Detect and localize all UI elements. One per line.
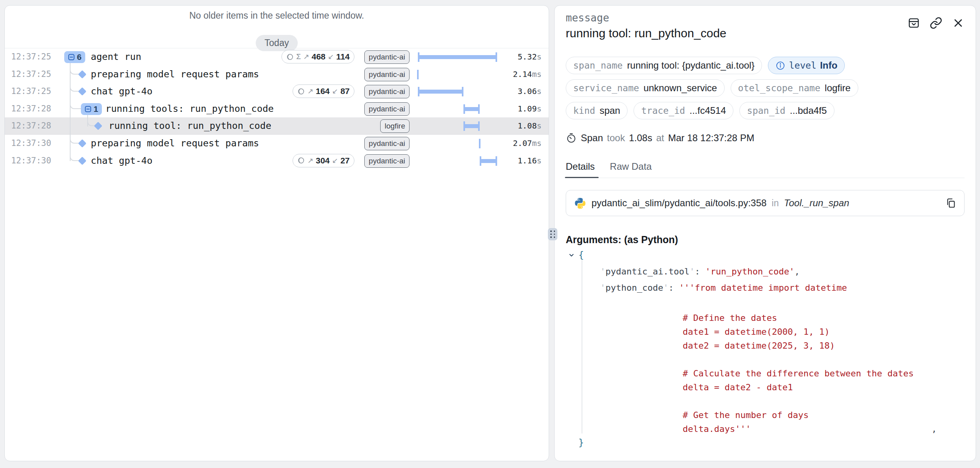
span-start-time: 12:37:30: [11, 135, 51, 152]
attribute-chip-kind[interactable]: kindspan: [566, 102, 628, 119]
token-sum-sigma: Σ: [296, 52, 301, 61]
attribute-chips: span_namerunning tool: {pydantic_ai.tool…: [566, 57, 965, 119]
code-string-line: delta.days''',: [578, 422, 965, 436]
span-duration: 1.08s: [518, 117, 542, 135]
archive-icon[interactable]: [907, 17, 920, 29]
instrumentation-badge: pydantic-ai: [364, 154, 410, 168]
info-icon: [775, 61, 785, 71]
diamond-icon: [78, 87, 86, 96]
attribute-chip-span_name[interactable]: span_namerunning tool: {pydantic_ai.tool…: [566, 57, 762, 74]
attribute-chip-span_id[interactable]: span_id...bda4f5: [739, 102, 834, 119]
output-tokens: 87: [341, 86, 350, 96]
attribute-chip-otel_scope_name[interactable]: otel_scope_namelogfire: [731, 79, 858, 97]
span-title: running tool: run_python_code: [566, 27, 726, 40]
span-duration: 5.32s: [518, 48, 542, 66]
span-timeline-bar: [418, 52, 497, 62]
panel-resize-handle[interactable]: [548, 228, 557, 240]
tab-details[interactable]: Details: [566, 161, 595, 178]
open-brace: {: [578, 248, 584, 262]
collapse-toggle[interactable]: 6: [64, 51, 85, 63]
chip-value: ...bda4f5: [790, 105, 827, 116]
output-tokens-arrow-icon: ↙: [328, 52, 334, 61]
code-string-line: delta = date2 - date1: [578, 380, 965, 394]
chip-key: kind: [573, 105, 595, 116]
span-timeline-bar: [463, 121, 480, 131]
token-usage-badge: ↗164↙87: [293, 84, 354, 98]
code-dict-entry: 'pydantic_ai.tool': 'run_python_code',: [568, 265, 965, 278]
trace-rows: 12:37:256agent runΣ↗468↙114pydantic-ai5.…: [5, 48, 549, 170]
span-duration: 3.06s: [518, 83, 542, 100]
input-tokens: 468: [312, 52, 325, 61]
chip-key: otel_scope_name: [738, 83, 821, 93]
diamond-icon: [94, 122, 102, 130]
trace-row[interactable]: 12:37:30chat gpt-4o↗304↙27pydantic-ai1.1…: [5, 152, 549, 170]
trace-row[interactable]: 12:37:25preparing model request paramspy…: [5, 66, 549, 83]
copy-icon[interactable]: [945, 198, 956, 209]
input-tokens: 164: [316, 86, 330, 96]
code-string-line: # Calculate the difference between the d…: [578, 366, 965, 380]
code-string-line: [578, 353, 965, 366]
source-function: Tool._run_span: [784, 198, 850, 209]
close-icon[interactable]: [952, 17, 965, 29]
diamond-icon: [78, 139, 86, 148]
chevron-down-icon[interactable]: [568, 252, 575, 259]
attribute-chip-service_name[interactable]: service_nameunknown_service: [566, 79, 725, 97]
span-timeline-tick: [479, 139, 480, 148]
source-in-word: in: [772, 198, 779, 209]
diamond-icon: [78, 70, 86, 78]
timeline-track: [418, 83, 497, 100]
span-duration: 2.07ms: [513, 135, 542, 152]
arguments-code-block: {'pydantic_ai.tool': 'run_python_code','…: [566, 248, 965, 450]
span-timing-line: Span took 1.08s at Mar 18 12:37:28 PM: [566, 132, 965, 144]
span-start-time: 12:37:28: [11, 100, 51, 118]
link-icon[interactable]: [930, 17, 942, 29]
arguments-heading: Arguments: (as Python): [566, 234, 965, 246]
timeline-track: [418, 117, 497, 135]
input-tokens: 304: [316, 156, 330, 165]
trace-row[interactable]: 12:37:256agent runΣ↗468↙114pydantic-ai5.…: [5, 48, 549, 66]
token-usage-badge: ↗304↙27: [293, 154, 354, 167]
span-duration: 1.09s: [518, 100, 542, 118]
collapse-toggle[interactable]: 1: [81, 103, 102, 115]
trace-list-panel: No older items in the selected time wind…: [4, 5, 549, 461]
span-label: running tools: run_python_code: [105, 100, 274, 118]
instrumentation-badge: pydantic-ai: [364, 50, 410, 64]
trace-row[interactable]: 12:37:28running tool: run_python_codelog…: [5, 117, 549, 135]
attribute-chip-level[interactable]: levelInfo: [768, 57, 845, 74]
python-logo-icon: [574, 197, 586, 209]
output-tokens-arrow-icon: ↙: [332, 87, 338, 96]
chip-value: logfire: [825, 82, 850, 94]
attribute-chip-trace_id[interactable]: trace_id...fc4514: [634, 102, 733, 119]
trace-list-header: No older items in the selected time wind…: [5, 6, 549, 48]
chip-value: running tool: {pydantic_ai.tool}: [627, 60, 755, 71]
timeline-track: [418, 66, 497, 83]
output-tokens-arrow-icon: ↙: [332, 156, 338, 165]
empty-window-notice: No older items in the selected time wind…: [5, 10, 549, 21]
span-start-time: 12:37:25: [11, 48, 51, 66]
timeline-track: [418, 100, 497, 118]
chip-value: span: [599, 105, 620, 116]
instrumentation-badge: pydantic-ai: [364, 85, 410, 98]
span-label: running tool: run_python_code: [109, 117, 271, 135]
trace-row[interactable]: 12:37:25chat gpt-4o↗164↙87pydantic-ai3.0…: [5, 83, 549, 100]
span-label: chat gpt-4o: [91, 83, 153, 100]
trace-row[interactable]: 12:37:281running tools: run_python_codep…: [5, 100, 549, 118]
span-start-time: 12:37:25: [11, 83, 51, 100]
trace-row[interactable]: 12:37:30preparing model request paramspy…: [5, 135, 549, 152]
tab-raw-data[interactable]: Raw Data: [610, 161, 651, 178]
source-file-path: pydantic_ai_slim/pydantic_ai/tools.py:35…: [591, 198, 767, 209]
chip-key: trace_id: [641, 105, 685, 116]
token-coin-icon: [297, 88, 305, 95]
detail-tabs: Details Raw Data: [566, 161, 965, 178]
close-brace: }: [578, 436, 584, 450]
span-label: preparing model request params: [91, 66, 259, 83]
output-tokens: 27: [341, 156, 350, 165]
source-location[interactable]: pydantic_ai_slim/pydantic_ai/tools.py:35…: [566, 190, 965, 216]
span-kind-kicker: message: [566, 12, 726, 24]
chip-key: span_id: [747, 105, 785, 116]
span-timeline-tick: [417, 70, 419, 79]
timeline-track: [418, 135, 497, 152]
instrumentation-badge: pydantic-ai: [364, 102, 410, 116]
instrumentation-badge: pydantic-ai: [364, 68, 410, 81]
timing-timestamp: Mar 18 12:37:28 PM: [668, 132, 754, 144]
